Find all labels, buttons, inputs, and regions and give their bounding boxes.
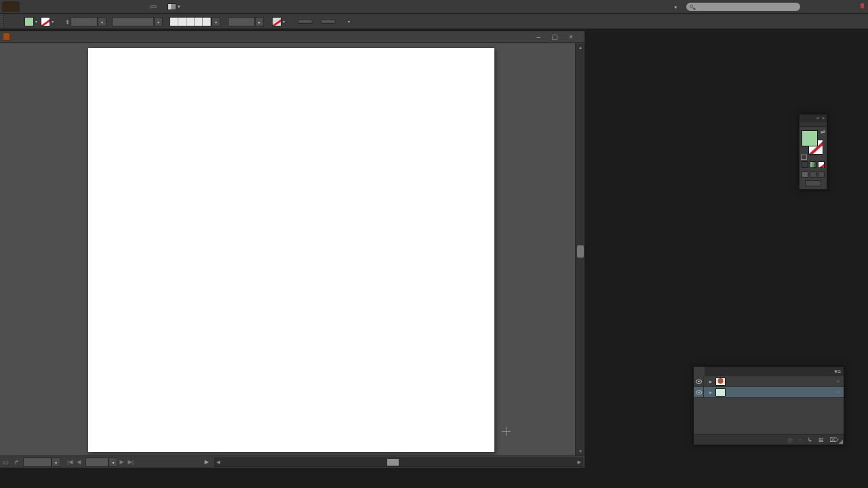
illustrator-logo [2,1,20,12]
bridge-button[interactable] [150,5,157,8]
scroll-down-icon[interactable]: ▼ [576,447,585,455]
target-icon[interactable]: ○ [836,378,840,384]
collapse-panel-icon[interactable]: « [816,116,819,121]
layers-footer: ◎ ▫ ↳ ⊞ ⌦ [694,434,844,445]
fill-color-swatch[interactable] [24,17,34,26]
scroll-up-icon[interactable]: ▲ [576,43,585,52]
artboard-number-field[interactable] [85,458,108,467]
prev-artboard-icon[interactable]: ◀ [77,459,81,465]
fill-stroke-indicator: ⇄ [800,129,827,160]
variable-width-profile[interactable] [112,17,154,26]
close-panel-icon[interactable]: × [822,116,825,121]
chevron-down-icon[interactable]: ▾ [35,19,37,24]
eye-icon [696,390,702,394]
document-status-bar: ▭ ↱ ▾ |◀ ◀ ▾ ▶ ▶| ▶ ◀ ▶ [0,455,585,468]
doc-restore-button[interactable]: ▢ [549,33,560,41]
layers-tab-bar: ▾≡ [694,367,844,376]
chevron-down-icon: ▾ [178,4,180,9]
stroke-weight-dropdown[interactable]: ▾ [98,17,106,26]
chevron-down-icon[interactable]: ▾ [348,19,350,24]
zoom-dropdown[interactable]: ▾ [52,458,60,467]
panel-resize-grip[interactable] [838,439,843,444]
control-bar: ▾ ▾ ▲▼ ▾ ▾ ▾ ▸ ▾ ▾ [0,14,868,29]
workspace-switcher[interactable]: ▾ [167,3,180,10]
tools-panel-header[interactable]: « × [800,115,827,122]
crosshair-cursor [502,427,511,436]
doc-close-button[interactable]: × [566,33,576,41]
layer-row-layer2[interactable]: ▶ ○ [694,387,844,398]
draw-normal-button[interactable] [802,171,808,178]
visibility-toggle[interactable] [694,387,704,397]
balloon-artwork [88,48,494,452]
stroke-weight-stepper[interactable]: ▲▼ [66,19,69,24]
none-mode-button[interactable] [818,161,825,168]
next-artboard-icon[interactable]: ▶ [119,459,123,465]
tab-layers[interactable] [694,367,705,376]
new-layer-icon[interactable]: ⊞ [818,436,824,443]
draw-behind-button[interactable] [810,171,816,178]
first-artboard-icon[interactable]: |◀ [67,459,73,465]
horizontal-scroll-thumb[interactable] [387,459,399,466]
draw-inside-button[interactable] [818,171,825,178]
horizontal-scrollbar[interactable]: ◀ ▶ [214,458,583,467]
canvas-rotation-icon[interactable]: ▭ [3,459,9,466]
document-window: – ▢ × ▲ ▼ ▭ ↱ ▾ |◀ ◀ ▾ ▶ ▶| ▶ ◀ ▶ [0,31,585,468]
locate-object-icon[interactable]: ◎ [787,436,793,443]
chevron-down-icon[interactable]: ▾ [283,19,285,24]
brush-dropdown[interactable]: ▾ [212,17,220,26]
zoom-level-field[interactable] [23,458,52,467]
vertical-scrollbar[interactable]: ▲ ▼ [575,43,585,455]
width-profile-dropdown[interactable]: ▾ [154,17,163,26]
document-title-bar[interactable]: – ▢ × [0,31,585,43]
eye-icon [696,380,702,384]
make-clipping-mask-icon[interactable]: ▫ [799,436,801,443]
chevron-down-icon: ▾ [674,5,677,9]
panel-grip[interactable] [0,14,4,28]
artboard[interactable] [88,48,494,452]
canvas-pasteboard[interactable] [0,43,575,455]
expand-icon[interactable]: ▶ [706,379,715,384]
document-setup-button[interactable] [298,20,313,24]
search-icon [690,5,693,8]
app-menu-bar: ▾ ▾ [0,0,868,14]
expand-icon[interactable]: ▶ [706,390,715,394]
tools-panel: « × ⇄ [799,114,827,190]
layer-row-layer4copy[interactable]: ▶ ○ [694,376,844,387]
stroke-weight-field[interactable] [71,17,98,26]
panel-menu-icon[interactable]: ▾≡ [834,368,844,375]
user-account-menu[interactable]: ▾ [674,3,677,10]
ai-file-icon [3,33,10,41]
preferences-button[interactable] [321,20,336,24]
stroke-color-swatch[interactable] [41,17,50,26]
layers-empty-area [694,398,844,434]
target-icon[interactable]: ○ [836,389,840,395]
default-fill-stroke-icon[interactable] [801,155,807,160]
artboard-dropdown[interactable]: ▾ [108,458,117,467]
style-swatch[interactable] [272,17,281,26]
layer-thumbnail[interactable] [715,388,726,396]
chevron-down-icon[interactable]: ▾ [52,19,54,24]
fill-swatch[interactable] [802,130,818,146]
export-icon[interactable]: ↱ [14,459,20,466]
brush-definition[interactable] [170,17,212,26]
layers-panel: ▾≡ ▶ ○ ▶ ○ ◎ ▫ ↳ ⊞ ⌦ [693,366,844,445]
delete-selection-icon[interactable]: ⌦ [829,436,838,443]
last-artboard-icon[interactable]: ▶| [128,459,134,465]
doc-minimize-button[interactable]: – [533,33,544,41]
swap-fill-stroke-icon[interactable]: ⇄ [821,129,825,135]
status-options-icon[interactable]: ▶ [205,459,209,465]
vertical-scroll-thumb[interactable] [577,245,584,258]
layer-thumbnail[interactable] [715,378,726,386]
tools-drag-strip[interactable] [800,122,827,127]
screen-mode-button[interactable] [805,180,821,186]
visibility-toggle[interactable] [694,376,704,386]
scroll-left-icon[interactable]: ◀ [216,458,220,466]
color-mode-button[interactable] [802,161,808,168]
search-input[interactable] [686,3,800,11]
gradient-mode-button[interactable] [810,161,816,168]
opacity-dropdown[interactable]: ▸ [255,17,264,26]
scroll-right-icon[interactable]: ▶ [578,458,581,466]
opacity-field[interactable] [228,17,255,26]
new-sublayer-icon[interactable]: ↳ [807,436,812,443]
workspace-grid-icon [167,3,176,10]
